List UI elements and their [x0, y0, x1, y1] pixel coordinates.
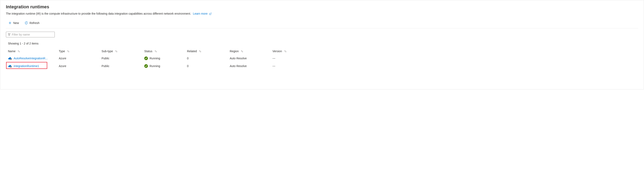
- page-description: The integration runtime (IR) is the comp…: [6, 12, 638, 15]
- related-cell: 0: [187, 64, 230, 68]
- version-cell: ---: [272, 57, 636, 60]
- sort-icon: [284, 50, 287, 53]
- subtype-cell: Public: [102, 64, 144, 68]
- subtype-cell: Public: [102, 57, 144, 60]
- success-check-icon: [144, 56, 148, 60]
- runtime-name-link[interactable]: integrationRuntime1: [14, 64, 39, 68]
- status-cell: Running: [144, 56, 187, 60]
- sort-icon: [18, 50, 20, 53]
- filter-input[interactable]: [12, 33, 53, 36]
- svg-point-5: [144, 64, 148, 68]
- status-text: Running: [150, 57, 160, 60]
- name-cell: integrationRuntime1: [8, 64, 59, 68]
- sort-icon: [199, 50, 202, 53]
- svg-point-4: [10, 67, 11, 67]
- status-text: Running: [150, 64, 160, 68]
- table-header-row: Name Type Sub-type: [6, 48, 638, 54]
- sort-icon: [241, 50, 243, 53]
- svg-point-1: [10, 59, 11, 59]
- column-header-subtype-label: Sub-type: [102, 50, 113, 53]
- column-header-subtype[interactable]: Sub-type: [102, 50, 144, 53]
- refresh-button[interactable]: Refresh: [24, 20, 40, 25]
- learn-more-label: Learn more: [193, 12, 208, 15]
- column-header-name[interactable]: Name: [8, 50, 59, 53]
- toolbar: New Refresh: [6, 19, 638, 28]
- success-check-icon: [144, 64, 148, 68]
- version-cell: ---: [272, 64, 636, 68]
- column-header-status[interactable]: Status: [144, 50, 187, 53]
- column-header-version-label: Version: [272, 50, 282, 53]
- region-cell: Auto Resolve: [230, 57, 272, 60]
- new-button-label: New: [13, 21, 19, 24]
- integration-runtime-icon: [8, 64, 12, 68]
- table-row: integrationRuntime1 Azure Public Running…: [6, 62, 638, 70]
- column-header-region-label: Region: [230, 50, 239, 53]
- sort-icon: [154, 50, 157, 53]
- column-header-name-label: Name: [8, 50, 16, 53]
- sort-icon: [115, 50, 118, 53]
- plus-icon: [8, 21, 12, 24]
- refresh-button-label: Refresh: [30, 21, 40, 24]
- table-row: AutoResolveIntegrationR... Azure Public …: [6, 54, 638, 62]
- refresh-icon: [24, 21, 28, 24]
- results-count: Showing 1 - 2 of 2 items: [8, 42, 638, 45]
- new-button[interactable]: New: [8, 20, 20, 25]
- related-cell: 0: [187, 57, 230, 60]
- description-text: The integration runtime (IR) is the comp…: [6, 12, 191, 15]
- region-cell: Auto Resolve: [230, 64, 272, 68]
- status-cell: Running: [144, 64, 187, 68]
- column-header-region[interactable]: Region: [230, 50, 272, 53]
- column-header-type-label: Type: [59, 50, 65, 53]
- integration-runtimes-table: Name Type Sub-type: [6, 48, 638, 70]
- column-header-related-label: Related: [187, 50, 197, 53]
- integration-runtime-icon: [8, 57, 12, 60]
- type-cell: Azure: [59, 64, 102, 68]
- filter-container[interactable]: [6, 32, 55, 37]
- column-header-type[interactable]: Type: [59, 50, 102, 53]
- learn-more-link[interactable]: Learn more: [193, 12, 212, 15]
- external-link-icon: [209, 12, 212, 15]
- page-title: Integration runtimes: [6, 4, 638, 9]
- name-cell: AutoResolveIntegrationR...: [8, 57, 59, 60]
- svg-point-2: [144, 56, 148, 60]
- column-header-related[interactable]: Related: [187, 50, 230, 53]
- type-cell: Azure: [59, 57, 102, 60]
- filter-icon: [8, 33, 10, 36]
- column-header-status-label: Status: [144, 50, 152, 53]
- runtime-name-link[interactable]: AutoResolveIntegrationR...: [14, 57, 48, 60]
- column-header-version[interactable]: Version: [272, 50, 636, 53]
- sort-icon: [67, 50, 70, 53]
